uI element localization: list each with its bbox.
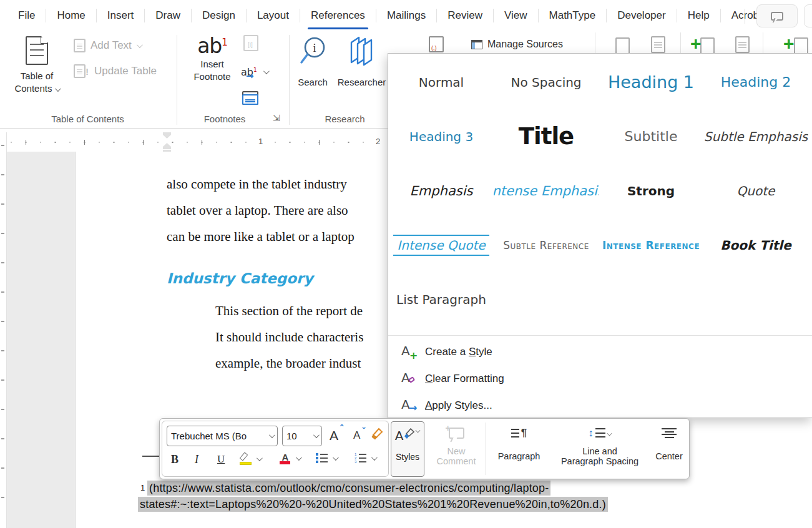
tab-help[interactable]: Help bbox=[677, 0, 720, 31]
table-of-figures-icon[interactable] bbox=[651, 36, 665, 53]
style-item-book-title[interactable]: Book Title bbox=[703, 218, 808, 272]
style-item-no-spacing[interactable]: No Spacing bbox=[494, 55, 599, 109]
center-align-button[interactable]: Center bbox=[650, 423, 688, 461]
tab-mailings[interactable]: Mailings bbox=[376, 0, 436, 31]
clear-formatting-menu-item[interactable]: A Clear Formatting bbox=[388, 365, 812, 392]
bullets-button[interactable] bbox=[316, 453, 337, 463]
style-item-title[interactable]: Title bbox=[494, 109, 599, 164]
table-of-contents-button[interactable]: Table of Contents bbox=[10, 35, 64, 110]
document-text-line[interactable]: This section of the report de bbox=[215, 303, 363, 319]
mark-citation-icon[interactable] bbox=[794, 37, 808, 54]
chevron-down-icon[interactable] bbox=[333, 454, 339, 461]
document-text-line[interactable]: example, the broader indust bbox=[215, 356, 361, 371]
format-painter-button[interactable] bbox=[371, 426, 386, 441]
tab-insert[interactable]: Insert bbox=[97, 0, 145, 31]
add-text-icon bbox=[74, 39, 86, 52]
document-text-line[interactable]: It should include characteris bbox=[215, 330, 363, 345]
style-item-quote[interactable]: Quote bbox=[703, 164, 808, 218]
style-item-heading-2[interactable]: Heading 2 bbox=[703, 55, 808, 109]
tab-references[interactable]: References bbox=[300, 0, 376, 31]
style-item-normal[interactable]: Normal bbox=[389, 55, 494, 109]
chevron-down-icon[interactable] bbox=[296, 454, 302, 461]
next-footnote-button[interactable]: ab1→ bbox=[241, 66, 268, 78]
manage-sources-button[interactable]: Manage Sources bbox=[471, 39, 563, 50]
insert-citation-icon bbox=[429, 36, 444, 52]
grow-font-button[interactable]: A bbox=[330, 428, 338, 443]
create-a-style-menu-item[interactable]: A+ Create a Style bbox=[388, 338, 812, 365]
numbering-button[interactable]: 1 2 3 bbox=[355, 453, 376, 463]
chevron-down-icon[interactable] bbox=[371, 454, 378, 461]
document-heading[interactable]: Industry Category bbox=[167, 270, 313, 286]
font-size-combobox[interactable]: 10 bbox=[282, 426, 322, 446]
text-highlight-button[interactable] bbox=[240, 452, 261, 465]
tab-home[interactable]: Home bbox=[46, 0, 95, 31]
comments-button[interactable] bbox=[756, 4, 798, 27]
style-item-list-paragraph[interactable]: List Paragraph bbox=[389, 272, 494, 326]
style-item-heading-3[interactable]: Heading 3 bbox=[389, 109, 494, 164]
indent-markers[interactable] bbox=[163, 132, 171, 154]
tab-developer[interactable]: Developer bbox=[607, 0, 677, 31]
document-text-line[interactable]: also compete in the tablet industry bbox=[167, 177, 347, 192]
mark-entry-icon[interactable] bbox=[700, 37, 715, 54]
insert-index-icon[interactable] bbox=[735, 36, 750, 53]
chevron-down-icon[interactable] bbox=[257, 455, 263, 461]
line-spacing-button[interactable]: ↕ Line and Paragraph Spacing bbox=[550, 423, 649, 466]
tab-review[interactable]: Review bbox=[437, 0, 493, 31]
gallery-menu-divider bbox=[388, 335, 812, 336]
line-spacing-icon: ↕ bbox=[589, 428, 612, 439]
researcher-icon bbox=[346, 35, 378, 71]
style-item-subtitle[interactable]: Subtitle bbox=[599, 109, 703, 164]
underline-button[interactable]: U bbox=[217, 453, 225, 466]
format-painter-icon bbox=[371, 426, 386, 441]
footnote-reference-mark: 1 bbox=[140, 483, 145, 492]
shrink-font-button[interactable]: A bbox=[353, 429, 360, 442]
style-item-strong[interactable]: Strong bbox=[599, 164, 703, 218]
paragraph-icon: ¶ bbox=[511, 427, 527, 439]
style-item-intense-emphasis[interactable]: Intense Emphasis bbox=[494, 164, 599, 218]
tab-design[interactable]: Design bbox=[192, 0, 246, 31]
chevron-down-icon[interactable] bbox=[313, 432, 320, 438]
toc-group-label: Table of Contents bbox=[30, 114, 145, 124]
style-item-intense-quote-selected[interactable]: Intense Quote bbox=[389, 218, 494, 272]
tab-view[interactable]: View bbox=[494, 0, 538, 31]
footnote-text-line[interactable]: (https://www.statista.com/outlook/cmo/co… bbox=[147, 482, 550, 495]
apply-styles-menu-item[interactable]: A→ Apply Styles... bbox=[388, 392, 812, 419]
style-item-heading-1[interactable]: Heading 1 bbox=[599, 55, 703, 109]
share-button-partial[interactable] bbox=[804, 4, 812, 27]
styles-button-pressed[interactable]: A Styles bbox=[391, 421, 424, 477]
style-item-intense-reference[interactable]: Intense Reference bbox=[599, 218, 703, 272]
tab-draw[interactable]: Draw bbox=[145, 0, 191, 31]
insert-endnote-icon bbox=[246, 37, 258, 51]
italic-button[interactable]: I bbox=[195, 453, 198, 466]
create-style-icon: A+ bbox=[401, 344, 417, 360]
insert-footnote-button[interactable]: ab1 Insert Footnote bbox=[187, 34, 237, 112]
tab-layout[interactable]: Layout bbox=[247, 0, 300, 31]
font-controls-panel: Trebuchet MS (Bo 10 A A B I U bbox=[162, 421, 389, 477]
vertical-ruler[interactable] bbox=[0, 132, 7, 528]
bold-button[interactable]: B bbox=[171, 453, 179, 466]
tab-file[interactable]: File bbox=[7, 0, 46, 31]
style-item-subtle-emphasis[interactable]: Subtle Emphasis bbox=[703, 109, 808, 164]
researcher-button[interactable]: Researcher bbox=[336, 35, 388, 87]
search-button[interactable]: i Search bbox=[293, 35, 332, 87]
footnotes-dialog-launcher[interactable]: ⇲ bbox=[273, 113, 280, 123]
paragraph-button[interactable]: ¶ Paragraph bbox=[489, 423, 549, 461]
document-text-line[interactable]: can be more like a tablet or a laptop bbox=[167, 229, 355, 245]
style-item-emphasis[interactable]: Emphasis bbox=[389, 164, 494, 218]
group-divider bbox=[595, 32, 595, 54]
footnote-text-line[interactable]: states#:~:text=Laptops%20%20-%20United%2… bbox=[138, 498, 608, 511]
chevron-down-icon[interactable] bbox=[269, 432, 275, 438]
insert-caption-icon[interactable] bbox=[615, 37, 630, 54]
styles-icon: A bbox=[395, 428, 404, 443]
update-table-icon: ! bbox=[74, 64, 86, 78]
first-line-indent-marker[interactable] bbox=[163, 132, 171, 139]
insert-citation-button[interactable] bbox=[429, 36, 444, 52]
font-name-combobox[interactable]: Trebuchet MS (Bo bbox=[167, 426, 278, 446]
show-notes-button[interactable] bbox=[242, 91, 258, 105]
hanging-indent-marker[interactable] bbox=[163, 143, 171, 149]
font-color-button[interactable]: A bbox=[280, 452, 300, 464]
document-text-line[interactable]: tablet over a laptop. There are also bbox=[167, 203, 348, 218]
plus-icon: + bbox=[690, 37, 702, 50]
tab-mathtype[interactable]: MathType bbox=[539, 0, 607, 31]
style-item-subtle-reference[interactable]: Subtle Reference bbox=[494, 218, 599, 272]
